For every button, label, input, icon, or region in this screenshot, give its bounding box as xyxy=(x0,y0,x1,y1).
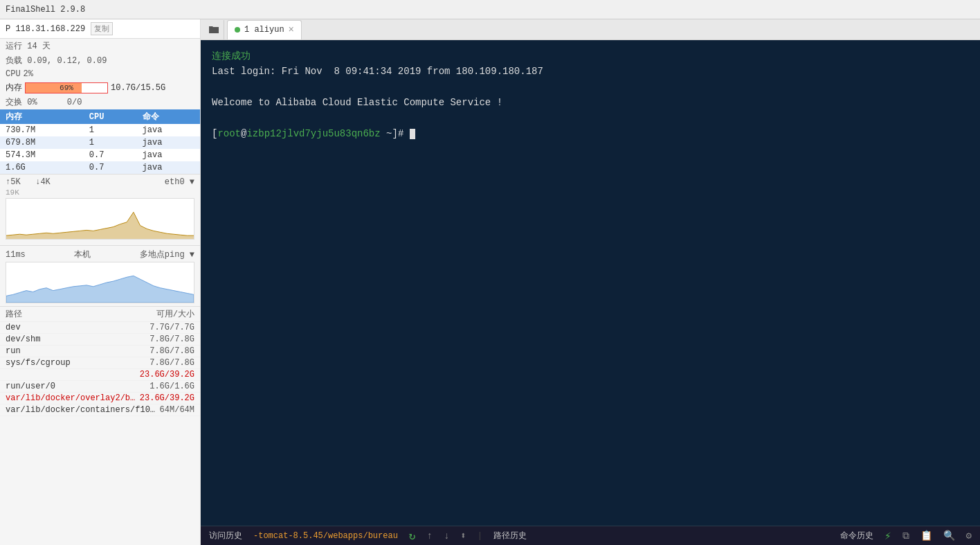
ping-label: 11ms xyxy=(6,250,26,260)
app-title: FinalShell 2.9.8 xyxy=(6,5,974,15)
disk-path: run xyxy=(6,346,149,356)
term-line-2: Last login: Fri Nov 8 09:41:34 2019 from… xyxy=(212,64,969,79)
list-item: sys/fs/cgroup 7.8G/7.8G xyxy=(0,357,200,369)
file-icon[interactable]: 📋 xyxy=(920,530,932,542)
folder-button[interactable] xyxy=(203,20,224,39)
ping-dropdown-icon: ▼ xyxy=(190,250,194,260)
prompt-hash: # xyxy=(398,126,410,141)
proc-mem: 574.3M xyxy=(0,149,84,161)
proc-cmd: java xyxy=(137,124,200,136)
tab-close-button[interactable]: × xyxy=(289,25,294,35)
network-stats: ↑5K ↓4K xyxy=(6,177,51,187)
proc-mem: 1.6G xyxy=(0,161,84,174)
uptime-label: 运行 14 天 xyxy=(6,40,51,52)
ping-header: 11ms 本机 多地点ping ▼ xyxy=(6,249,194,260)
term-line-1: 连接成功 xyxy=(212,48,969,64)
cpu-row: CPU 2% xyxy=(0,68,200,80)
lightning-icon: ⚡ xyxy=(884,529,891,543)
disk-path: dev/shm xyxy=(6,334,149,344)
path-history-label: 路径历史 xyxy=(493,530,527,542)
settings-icon[interactable]: ⚙ xyxy=(966,530,972,542)
proc-cmd: java xyxy=(137,149,200,161)
refresh-icon[interactable]: ↻ xyxy=(409,529,416,543)
proc-header-cpu: CPU xyxy=(84,109,137,124)
eth-dropdown-icon: ▼ xyxy=(190,177,194,187)
ping-chart xyxy=(6,262,194,303)
prompt-user: root xyxy=(217,126,241,141)
download-icon[interactable]: ↓ xyxy=(444,530,449,542)
title-bar: FinalShell 2.9.8 xyxy=(0,0,980,19)
prompt-hostname: izbp12jlvd7yju5u83qn6bz xyxy=(246,126,380,141)
memory-row: 内存 69% 10.7G/15.5G xyxy=(0,80,200,95)
copy-ip-button[interactable]: 复制 xyxy=(91,22,113,35)
disk-path: dev xyxy=(6,323,149,332)
search2-icon[interactable]: 🔍 xyxy=(943,530,955,542)
multi-ping-label: 多地点ping xyxy=(140,250,185,260)
disk-size-label: 可用/大小 xyxy=(156,308,194,320)
disk-size: 7.7G/7.7G xyxy=(149,323,194,332)
ping-local-label: 本机 xyxy=(74,250,91,260)
disk-size: 64M/64M xyxy=(160,405,194,415)
disk-size: 7.8G/7.8G xyxy=(149,346,194,356)
disk-size: 7.8G/7.8G xyxy=(149,334,194,344)
cmd-history-label: 命令历史 xyxy=(840,530,873,542)
prompt-close-bracket: ] xyxy=(392,126,397,141)
disk-path: sys/fs/cgroup xyxy=(6,358,149,368)
net-level-1: 19K xyxy=(6,188,19,197)
uptime-row: 运行 14 天 xyxy=(0,39,200,53)
cpu-value: 2% xyxy=(24,69,33,79)
mem-percent: 69% xyxy=(60,84,73,92)
proc-cpu: 0.7 xyxy=(84,149,137,161)
sidebar-ip-row: P 118.31.168.229 复制 xyxy=(0,19,200,39)
eth-selector[interactable]: eth0 ▼ xyxy=(165,177,194,187)
tab-status-dot xyxy=(235,27,240,33)
prompt-at: @ xyxy=(241,126,246,141)
terminal-content[interactable]: 连接成功 Last login: Fri Nov 8 09:41:34 2019… xyxy=(201,40,980,526)
network-chart xyxy=(6,198,194,240)
proc-cmd: java xyxy=(137,161,200,174)
network-section: ↑5K ↓4K eth0 ▼ 19K xyxy=(0,174,200,245)
proc-header-cmd: 命令 xyxy=(137,109,200,124)
load-row: 负载 0.09, 0.12, 0.09 xyxy=(0,53,200,68)
multi-ping[interactable]: 多地点ping ▼ xyxy=(140,249,194,260)
tab-aliyun[interactable]: 1 aliyun × xyxy=(227,20,302,39)
disk-size: 23.6G/39.2G xyxy=(140,393,194,403)
current-path: -tomcat-8.5.45/webapps/bureau xyxy=(253,531,398,541)
proc-mem: 730.7M xyxy=(0,124,84,136)
term-line-5 xyxy=(212,111,969,126)
list-item: var/lib/docker/overlay2/b3938bad2... 23.… xyxy=(0,393,200,404)
disk-size: 7.8G/7.8G xyxy=(149,358,194,368)
disk-path xyxy=(6,370,140,379)
term-line-3 xyxy=(212,80,969,95)
table-row: 1.6G 0.7 java xyxy=(0,161,200,174)
eth-label: eth0 xyxy=(165,177,185,187)
mem-label: 内存 xyxy=(6,82,22,93)
mem-value: 10.7G/15.5G xyxy=(111,83,165,93)
proc-cpu: 1 xyxy=(84,124,137,136)
proc-cpu: 1 xyxy=(84,136,137,149)
tab-bar: 1 aliyun × xyxy=(201,19,980,40)
copy2-icon[interactable]: ⧉ xyxy=(902,530,909,542)
swap-row: 交换 0% 0/0 xyxy=(0,95,200,109)
tab-label: 1 aliyun xyxy=(244,25,284,35)
list-item: dev/shm 7.8G/7.8G xyxy=(0,334,200,346)
visit-history-label: 访问历史 xyxy=(209,530,242,542)
list-item: run 7.8G/7.8G xyxy=(0,346,200,357)
terminal-cursor xyxy=(410,129,415,139)
prompt-path: ~ xyxy=(381,126,392,141)
visit-history-btn[interactable]: 访问历史 xyxy=(209,530,242,542)
load-label: 负载 0.09, 0.12, 0.09 xyxy=(6,55,107,66)
proc-cmd: java xyxy=(137,136,200,149)
path-history-btn[interactable]: 路径历史 xyxy=(493,530,527,542)
proc-header-mem: 内存 xyxy=(0,109,84,124)
network-header: ↑5K ↓4K eth0 ▼ xyxy=(6,177,194,187)
sync-icon[interactable]: ⬍ xyxy=(460,530,466,542)
proc-cpu: 0.7 xyxy=(84,161,137,174)
ping-section: 11ms 本机 多地点ping ▼ xyxy=(0,245,200,306)
disk-header-row: 路径 可用/大小 xyxy=(0,307,200,322)
upload-icon[interactable]: ↑ xyxy=(426,530,432,542)
cmd-history-btn[interactable]: 命令历史 xyxy=(840,530,873,542)
list-item: var/lib/docker/containers/f10598b9... 64… xyxy=(0,404,200,416)
memory-bar-label: 69% xyxy=(26,83,107,93)
status-bar: 访问历史 -tomcat-8.5.45/webapps/bureau ↻ ↑ ↓… xyxy=(201,526,980,545)
